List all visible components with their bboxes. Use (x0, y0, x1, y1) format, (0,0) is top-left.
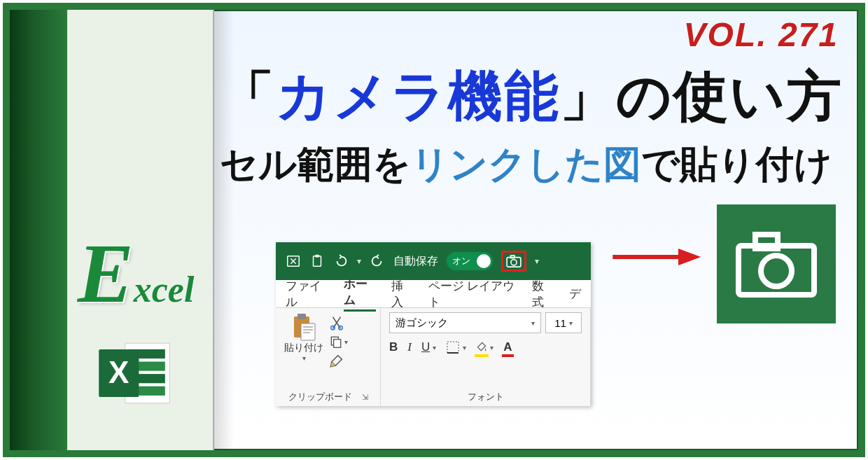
font-color-button[interactable]: A (503, 340, 512, 354)
toggle-on-text: オン (452, 255, 470, 267)
underline-button[interactable]: U (421, 340, 430, 354)
svg-rect-18 (303, 332, 310, 333)
headline-suffix: の使い方 (616, 65, 843, 127)
sub-suffix: で貼り付け (641, 143, 832, 185)
camera-icon (506, 255, 522, 267)
copy-dropdown-icon: ▾ (344, 338, 348, 346)
sub-prefix: セル範囲を (220, 143, 411, 185)
font-group: 游ゴシック ▾ 11 ▾ B I U▾ ▾ (381, 308, 591, 406)
headline-sub: セル範囲をリンクした図で貼り付け (220, 139, 830, 190)
svg-rect-11 (511, 256, 514, 258)
tab-home[interactable]: ホーム (344, 276, 376, 312)
font-size-value: 11 (554, 317, 566, 329)
camera-icon (734, 229, 818, 299)
svg-rect-16 (303, 326, 313, 328)
tab-file[interactable]: ファイル (286, 278, 328, 310)
chevron-down-icon: ▾ (569, 319, 573, 327)
clipboard-icon[interactable] (309, 253, 325, 269)
chevron-down-icon: ▾ (531, 319, 535, 327)
sub-highlight: リンクした図 (411, 143, 641, 185)
feature-name: カメラ機能 (276, 65, 560, 127)
svg-point-12 (511, 260, 517, 265)
svg-marker-26 (678, 249, 701, 265)
ribbon-tabs: ファイル ホーム 挿入 ページ レイアウト 数式 デ (276, 280, 591, 308)
camera-button-highlighted[interactable] (501, 251, 526, 272)
headline-block: 「カメラ機能」の使い方 セル範囲をリンクした図で貼り付け (220, 60, 830, 190)
undo-icon[interactable] (333, 253, 349, 269)
paste-button[interactable]: 貼り付け ▾ (284, 312, 323, 362)
fill-color-dropdown[interactable]: ▾ (490, 344, 493, 351)
paint-bucket-icon (476, 341, 487, 352)
copy-icon (329, 335, 343, 349)
excel-e: E (78, 240, 134, 307)
clipboard-dialog-launcher[interactable]: ⇲ (362, 393, 368, 402)
font-group-label: フォント (468, 391, 504, 403)
svg-rect-22 (334, 340, 341, 348)
borders-button[interactable] (446, 340, 460, 354)
autosave-label: 自動保存 (393, 254, 438, 269)
svg-rect-17 (303, 329, 313, 330)
paste-label: 貼り付け (284, 342, 323, 354)
headline-main: 「カメラ機能」の使い方 (220, 60, 830, 134)
excel-wordmark: Excel (78, 240, 195, 310)
excel-ribbon-screenshot: ▾ 自動保存 オン ▾ ファイル ホーム 挿入 ページ レイアウト 数式 デ (276, 242, 591, 406)
svg-text:X: X (108, 355, 129, 389)
redo-icon[interactable] (370, 253, 385, 269)
camera-icon-enlarged (717, 204, 836, 323)
customize-qat-dropdown[interactable]: ▾ (535, 256, 539, 266)
tab-page-layout[interactable]: ページ レイアウト (428, 278, 517, 310)
cut-icon[interactable] (329, 315, 344, 330)
quote-open: 「 (220, 65, 276, 127)
svg-point-29 (761, 256, 792, 286)
volume-tag: VOL. 271 (684, 15, 839, 54)
callout-arrow-icon (598, 246, 717, 267)
clipboard-group: 貼り付け ▾ ▾ クリップボード ⇲ (276, 308, 381, 406)
underline-dropdown[interactable]: ▾ (433, 344, 436, 351)
tab-data-cutoff[interactable]: デ (569, 286, 581, 302)
excel-logo-icon: X (97, 338, 174, 408)
svg-rect-9 (315, 255, 319, 258)
clipboard-group-label: クリップボード (288, 391, 352, 403)
bold-button[interactable]: B (389, 340, 398, 354)
paste-dropdown-icon: ▾ (302, 354, 306, 362)
svg-rect-23 (447, 342, 458, 353)
borders-dropdown[interactable]: ▾ (463, 344, 466, 351)
ribbon-groups: 貼り付け ▾ ▾ クリップボード ⇲ (276, 308, 591, 406)
italic-button[interactable]: I (407, 340, 412, 354)
paste-icon (291, 312, 316, 342)
svg-rect-8 (314, 256, 321, 267)
svg-rect-14 (298, 314, 306, 319)
font-size-selector[interactable]: 11 ▾ (545, 312, 582, 333)
fill-color-button[interactable] (476, 340, 487, 354)
tab-formulas[interactable]: 数式 (532, 278, 554, 310)
format-painter-icon[interactable] (329, 353, 344, 368)
undo-dropdown[interactable]: ▾ (357, 256, 361, 266)
left-panel: Excel X (10, 10, 214, 450)
autosave-toggle[interactable]: オン (447, 252, 493, 270)
font-name-selector[interactable]: 游ゴシック ▾ (389, 312, 541, 333)
excel-xcel: xcel (134, 270, 195, 309)
quick-access-toolbar: ▾ 自動保存 オン ▾ (276, 242, 591, 280)
quote-close: 」 (560, 65, 616, 127)
excel-app-icon[interactable] (286, 253, 301, 269)
svg-rect-28 (755, 235, 778, 249)
copy-button[interactable]: ▾ (329, 335, 348, 349)
tab-insert[interactable]: 挿入 (391, 278, 413, 310)
thumbnail-frame: VOL. 271 Excel X 「カメラ機能」の使い方 セル範囲をリンクした図… (3, 3, 865, 457)
font-name-value: 游ゴシック (396, 316, 448, 330)
